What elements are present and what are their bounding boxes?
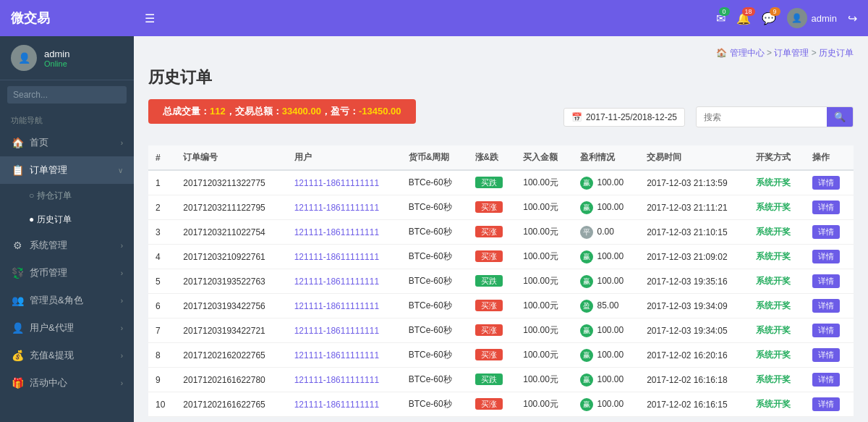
col-num: #: [148, 145, 176, 170]
cell-num: 10: [148, 392, 176, 417]
sidebar-item-recharge[interactable]: 💰 充值&提现 ›: [0, 342, 134, 369]
cell-direction: 买涨: [468, 343, 516, 368]
user-status: Online: [44, 59, 69, 68]
cell-amount: 100.00元: [516, 392, 573, 417]
detail-button[interactable]: 详情: [812, 373, 840, 387]
cell-time: 2017-12-03 21:11:21: [639, 195, 749, 220]
cell-currency: BTCe-60秒: [401, 245, 468, 269]
user-link[interactable]: 121111-18611111111: [294, 252, 379, 262]
cell-time: 2017-12-02 16:16:18: [639, 368, 749, 392]
breadcrumb-admin[interactable]: 管理中心: [730, 48, 765, 58]
cell-direction: 买涨: [468, 195, 516, 220]
profit-icon: 平: [580, 226, 593, 239]
sidebar-item-admin[interactable]: 👥 管理员&角色 ›: [0, 287, 134, 314]
col-time: 交易时间: [639, 145, 749, 170]
date-range-input[interactable]: 📅 2017-11-25/2018-12-25: [563, 108, 685, 127]
bell-badge: 18: [742, 7, 755, 16]
cell-action: 详情: [805, 392, 854, 417]
cell-time: 2017-12-03 19:34:05: [639, 318, 749, 343]
cell-profit: 赢 100.00: [573, 245, 639, 269]
sidebar-subitem-pending[interactable]: ○ 持仓订单: [0, 184, 134, 208]
detail-button[interactable]: 详情: [812, 176, 840, 190]
cell-user: 121111-18611111111: [287, 269, 401, 294]
table-row: 1 20171203211322775 121111-18611111111 B…: [148, 170, 854, 195]
breadcrumb-orders[interactable]: 订单管理: [774, 48, 809, 58]
user-link[interactable]: 121111-18611111111: [294, 350, 379, 360]
cell-num: 5: [148, 269, 176, 294]
table-header-row: # 订单编号 用户 货币&周期 涨&跌 买入金额 盈利情况 交易时间 开奖方式 …: [148, 145, 854, 170]
table-row: 10 20171202161622765 121111-18611111111 …: [148, 392, 854, 417]
cell-order-id: 20171202161622765: [176, 392, 286, 417]
cell-open-type: 系统开奖: [749, 318, 805, 343]
cell-order-id: 20171203193422721: [176, 318, 286, 343]
table-row: 8 20171202162022765 121111-18611111111 B…: [148, 343, 854, 368]
user-link[interactable]: 121111-18611111111: [294, 326, 379, 336]
cell-profit: 平 0.00: [573, 220, 639, 245]
logout-icon[interactable]: ↪: [848, 12, 857, 25]
user-link[interactable]: 121111-18611111111: [294, 375, 379, 385]
sidebar-item-orders[interactable]: 📋 订单管理 ∨: [0, 156, 134, 184]
summary-bar: 总成交量：112，交易总额：33400.00，盈亏：-13450.00: [148, 99, 416, 124]
admin-icon: 👥: [11, 295, 24, 306]
mail-icon-btn[interactable]: ✉ 0: [716, 12, 726, 25]
user-link[interactable]: 121111-18611111111: [294, 301, 379, 311]
detail-button[interactable]: 详情: [812, 274, 840, 288]
user-link[interactable]: 121111-18611111111: [294, 277, 379, 287]
cell-open-type: 系统开奖: [749, 220, 805, 245]
cell-currency: BTCe-60秒: [401, 343, 468, 368]
detail-button[interactable]: 详情: [812, 348, 840, 362]
recharge-icon: 💰: [11, 350, 24, 361]
sidebar-label-currency: 货币管理: [30, 266, 67, 279]
user-link[interactable]: 121111-18611111111: [294, 203, 379, 213]
detail-button[interactable]: 详情: [812, 397, 840, 411]
sidebar-subitem-history[interactable]: ● 历史订单: [0, 208, 134, 232]
sidebar-item-home[interactable]: 🏠 首页 ›: [0, 129, 134, 156]
cell-num: 6: [148, 294, 176, 318]
sidebar-item-user[interactable]: 👤 用户&代理 ›: [0, 314, 134, 342]
mail-badge: 0: [719, 7, 730, 16]
cell-profit: 盈 85.00: [573, 294, 639, 318]
table-row: 4 20171203210922761 121111-18611111111 B…: [148, 245, 854, 269]
user-link[interactable]: 121111-18611111111: [294, 227, 379, 237]
cell-time: 2017-12-03 21:13:59: [639, 170, 749, 195]
detail-button[interactable]: 详情: [812, 225, 840, 239]
user-link[interactable]: 121111-18611111111: [294, 178, 379, 188]
col-currency: 货币&周期: [401, 145, 468, 170]
sidebar-label-user: 用户&代理: [30, 321, 74, 334]
currency-icon: 💱: [11, 267, 24, 279]
col-amount: 买入金额: [516, 145, 573, 170]
cell-open-type: 系统开奖: [749, 343, 805, 368]
avatar: 👤: [11, 45, 37, 71]
search-wrap: 🔍: [696, 106, 854, 127]
bell-icon-btn[interactable]: 🔔 18: [736, 12, 751, 25]
detail-button[interactable]: 详情: [812, 299, 840, 313]
profit-icon: 赢: [580, 275, 593, 288]
sidebar-label-system: 系统管理: [30, 239, 67, 252]
cell-order-id: 20171203193522763: [176, 269, 286, 294]
cell-currency: BTCe-60秒: [401, 318, 468, 343]
sidebar-item-activity[interactable]: 🎁 活动中心 ›: [0, 369, 134, 397]
cell-open-type: 系统开奖: [749, 195, 805, 220]
detail-button[interactable]: 详情: [812, 324, 840, 337]
detail-button[interactable]: 详情: [812, 250, 840, 263]
sidebar-logo: 微交易: [11, 9, 50, 27]
detail-button[interactable]: 详情: [812, 201, 840, 214]
search-button[interactable]: 🔍: [827, 107, 853, 127]
cell-open-type: 系统开奖: [749, 392, 805, 417]
sidebar-item-currency[interactable]: 💱 货币管理 ›: [0, 259, 134, 287]
user-link[interactable]: 121111-18611111111: [294, 400, 379, 410]
hamburger-icon[interactable]: ☰: [145, 12, 155, 25]
cell-order-id: 20171203211022754: [176, 220, 286, 245]
cell-user: 121111-18611111111: [287, 170, 401, 195]
cell-action: 详情: [805, 343, 854, 368]
cell-profit: 赢 100.00: [573, 392, 639, 417]
direction-badge: 买跌: [475, 177, 503, 188]
message-icon-btn[interactable]: 💬 9: [762, 12, 776, 25]
sidebar-search-input[interactable]: [7, 86, 127, 104]
table-row: 3 20171203211022754 121111-18611111111 B…: [148, 220, 854, 245]
admin-profile[interactable]: 👤 admin: [787, 8, 837, 28]
cell-direction: 买跌: [468, 170, 516, 195]
sidebar-item-system[interactable]: ⚙ 系统管理 ›: [0, 232, 134, 259]
circle-icon: ○: [29, 190, 34, 201]
search-input[interactable]: [697, 109, 827, 126]
